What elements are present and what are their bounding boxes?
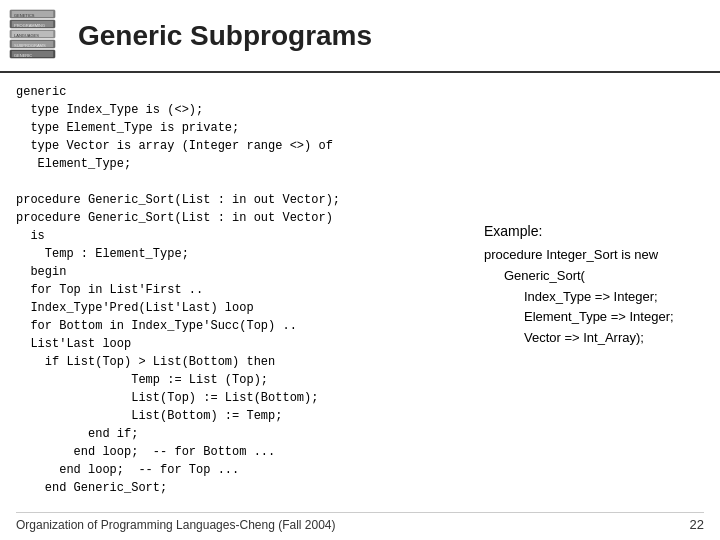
svg-text:GENERIC: GENERIC	[14, 53, 32, 58]
example-section: Example: procedure Integer_Sort is new G…	[484, 83, 704, 497]
main-content: generic type Index_Type is (<>); type El…	[0, 73, 720, 507]
slide-footer: Organization of Programming Languages-Ch…	[16, 512, 704, 532]
svg-text:GENETICS: GENETICS	[14, 13, 35, 18]
books-icon: GENETICS PROGRAMMING LANGUAGES SUBPROGRA…	[8, 8, 78, 63]
svg-text:LANGUAGES: LANGUAGES	[14, 33, 39, 38]
code-section: generic type Index_Type is (<>); type El…	[16, 83, 464, 497]
example-line-4: Element_Type => Integer;	[484, 307, 704, 328]
page-number: 22	[690, 517, 704, 532]
svg-text:PROGRAMMING: PROGRAMMING	[14, 23, 45, 28]
example-line-3: Index_Type => Integer;	[484, 287, 704, 308]
svg-text:SUBPROGRAMS: SUBPROGRAMS	[14, 43, 46, 48]
example-line-5: Vector => Int_Array);	[484, 328, 704, 349]
slide-header: GENETICS PROGRAMMING LANGUAGES SUBPROGRA…	[0, 0, 720, 73]
footer-text: Organization of Programming Languages-Ch…	[16, 518, 336, 532]
example-code: procedure Integer_Sort is new Generic_So…	[484, 245, 704, 349]
page-title: Generic Subprograms	[78, 20, 372, 52]
code-block: generic type Index_Type is (<>); type El…	[16, 83, 464, 497]
example-line-1: procedure Integer_Sort is new	[484, 245, 704, 266]
example-line-2: Generic_Sort(	[484, 266, 704, 287]
example-label: Example:	[484, 223, 704, 239]
